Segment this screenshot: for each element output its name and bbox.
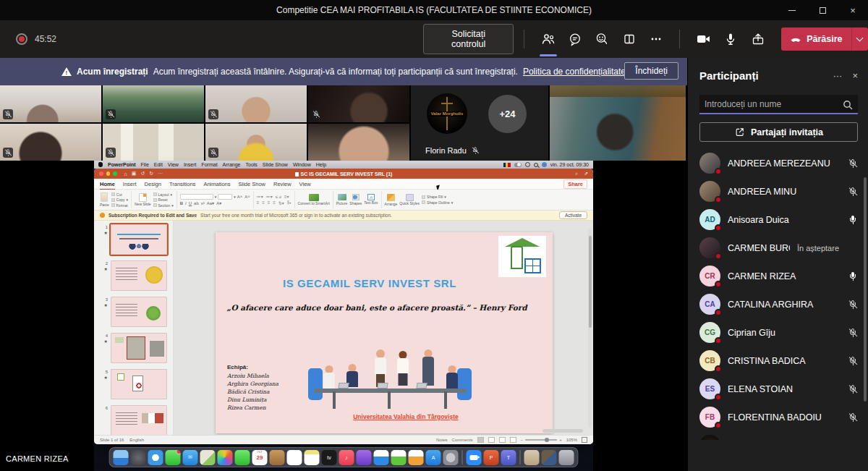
- zoom-level[interactable]: 105%: [566, 438, 577, 442]
- canvas-horizontal-scrollbar[interactable]: [542, 429, 583, 433]
- banner-dismiss-button[interactable]: Închideți: [624, 62, 678, 80]
- format-painter-button[interactable]: Format: [111, 203, 128, 208]
- menu-file[interactable]: File: [141, 162, 149, 167]
- mic-icon[interactable]: [848, 356, 858, 366]
- close-button[interactable]: ×: [838, 0, 868, 20]
- text-box-button[interactable]: AText Box: [364, 194, 378, 205]
- tab-view[interactable]: View: [299, 181, 311, 187]
- columns-button[interactable]: ⫼▾: [287, 200, 292, 205]
- leave-button[interactable]: Părăsire: [781, 27, 851, 51]
- participant-search-input[interactable]: [699, 95, 858, 114]
- overflow-participant-count[interactable]: +24: [488, 95, 527, 133]
- tab-insert[interactable]: Insert: [123, 181, 137, 187]
- participant-row[interactable]: CB CRISTINA BADICA: [688, 347, 868, 375]
- indent-buttons[interactable]: ≤ ≥: [276, 195, 281, 199]
- mic-icon[interactable]: [848, 412, 858, 423]
- font-name-dropdown[interactable]: [180, 194, 213, 200]
- font-color-button[interactable]: A▾: [216, 200, 221, 205]
- request-control-button[interactable]: Solicitați controlul: [423, 24, 514, 54]
- menu-tools[interactable]: Tools: [246, 162, 258, 167]
- search-icon[interactable]: ⌕: [575, 171, 578, 177]
- participant-row[interactable]: CA CATALINA ARGHIRA: [688, 290, 868, 318]
- participant-row[interactable]: CR CARMEN RIZEA: [688, 262, 868, 290]
- reset-button[interactable]: Reset: [153, 198, 174, 202]
- current-slide[interactable]: IS GECAMIL SERV INVEST SRL „O afacere ca…: [216, 232, 553, 433]
- video-tile-active-speaker[interactable]: [550, 85, 686, 161]
- share-doc-icon[interactable]: ⇗: [584, 171, 588, 177]
- participant-row[interactable]: ANDREEA MEREZEANU: [688, 149, 868, 177]
- video-tile-participant-6[interactable]: [103, 124, 204, 161]
- tab-transitions[interactable]: Transitions: [169, 181, 195, 187]
- new-slide-button[interactable]: New Slide: [135, 193, 151, 207]
- participant-row[interactable]: CARMEN BURCEA În așteptare: [688, 234, 868, 262]
- arrange-button[interactable]: Arrange: [385, 194, 398, 206]
- share-button[interactable]: Share: [563, 179, 587, 189]
- paste-button[interactable]: Paste: [100, 192, 109, 207]
- music-icon[interactable]: ♪: [339, 450, 354, 465]
- shrink-font-button[interactable]: A˅: [244, 195, 250, 199]
- downloads-stack-icon[interactable]: [542, 450, 557, 465]
- app-store-icon[interactable]: A: [426, 450, 441, 465]
- siri-icon[interactable]: [542, 162, 547, 167]
- zoom-slider[interactable]: −+: [521, 438, 562, 442]
- participant-row[interactable]: CG Ciprian Gîju: [688, 318, 868, 347]
- align-right-button[interactable]: ≡: [268, 200, 271, 205]
- panel-more-options-icon[interactable]: ···: [833, 70, 842, 81]
- mic-icon[interactable]: [848, 271, 858, 281]
- line-spacing-button[interactable]: ≡▾: [284, 194, 289, 199]
- messages-icon[interactable]: [166, 450, 181, 465]
- layout-button[interactable]: Layout ▾: [153, 192, 174, 197]
- tab-review[interactable]: Review: [273, 181, 292, 187]
- mic-icon[interactable]: [848, 300, 858, 310]
- powerpoint-dock-icon[interactable]: P: [484, 450, 499, 465]
- normal-view-button[interactable]: [477, 437, 484, 443]
- video-tile-participant-7[interactable]: [205, 124, 307, 161]
- video-tile-participant-3[interactable]: [205, 85, 307, 122]
- text-direction-button[interactable]: ⇅▾: [278, 200, 284, 205]
- participant-row[interactable]: ES ELENA STOIAN: [688, 375, 868, 403]
- more-options-icon[interactable]: [642, 28, 669, 50]
- underline-button[interactable]: U: [189, 201, 192, 205]
- cut-button[interactable]: Cut: [111, 192, 128, 197]
- menu-powerpoint[interactable]: PowerPoint: [108, 162, 136, 167]
- align-left-button[interactable]: ≡: [257, 200, 260, 205]
- menubar-clock[interactable]: vin. 29 oct. 09:30: [550, 162, 589, 167]
- slide-3-thumbnail[interactable]: [111, 297, 167, 327]
- minimize-button[interactable]: [777, 0, 807, 20]
- apple-tv-icon[interactable]: tv: [322, 450, 337, 465]
- slide-sorter-view-button[interactable]: [488, 437, 495, 443]
- mic-icon[interactable]: [848, 187, 858, 197]
- align-center-button[interactable]: ≡: [262, 200, 265, 205]
- slide-6-thumbnail[interactable]: [111, 405, 167, 436]
- panel-close-icon[interactable]: ×: [852, 70, 858, 81]
- shapes-button[interactable]: Shapes: [349, 194, 362, 205]
- tab-home[interactable]: Home: [100, 181, 115, 187]
- calendar-icon[interactable]: OCT29: [252, 450, 268, 465]
- mic-icon[interactable]: [848, 158, 858, 169]
- font-size-dropdown[interactable]: [218, 194, 232, 200]
- slide-2-thumbnail[interactable]: [111, 260, 167, 291]
- launchpad-icon[interactable]: [131, 450, 146, 465]
- menu-arrange[interactable]: Arrange: [223, 162, 241, 167]
- tab-animations[interactable]: Animations: [203, 181, 230, 187]
- video-tile-participant-4[interactable]: [308, 85, 409, 122]
- contacts-icon[interactable]: [270, 450, 285, 465]
- change-case-button[interactable]: Aa▾: [207, 200, 214, 205]
- menu-window[interactable]: Window: [293, 162, 311, 167]
- pages-icon[interactable]: [409, 450, 424, 465]
- facetime-icon[interactable]: [235, 450, 250, 465]
- chat-icon[interactable]: [562, 28, 589, 50]
- video-tile-florin-radu[interactable]: Valar Morghulis +24 Florin Radu: [411, 85, 548, 161]
- canvas-vertical-scrollbar[interactable]: [588, 228, 592, 428]
- video-tile-participant-2-mountain-background[interactable]: [103, 85, 204, 122]
- zoom-app-icon[interactable]: [467, 450, 482, 465]
- camera-icon[interactable]: [690, 28, 717, 50]
- teams-dock-icon[interactable]: T: [501, 450, 516, 465]
- activate-button[interactable]: Activate: [559, 211, 587, 219]
- apple-menu-icon[interactable]: [98, 162, 103, 167]
- grow-font-button[interactable]: A˄: [237, 195, 243, 199]
- privacy-policy-link[interactable]: Politica de confidențialitate: [523, 67, 626, 77]
- panel-scrollbar[interactable]: [864, 177, 867, 402]
- menu-slide-show[interactable]: Slide Show: [263, 162, 288, 167]
- safari-icon[interactable]: [148, 450, 163, 465]
